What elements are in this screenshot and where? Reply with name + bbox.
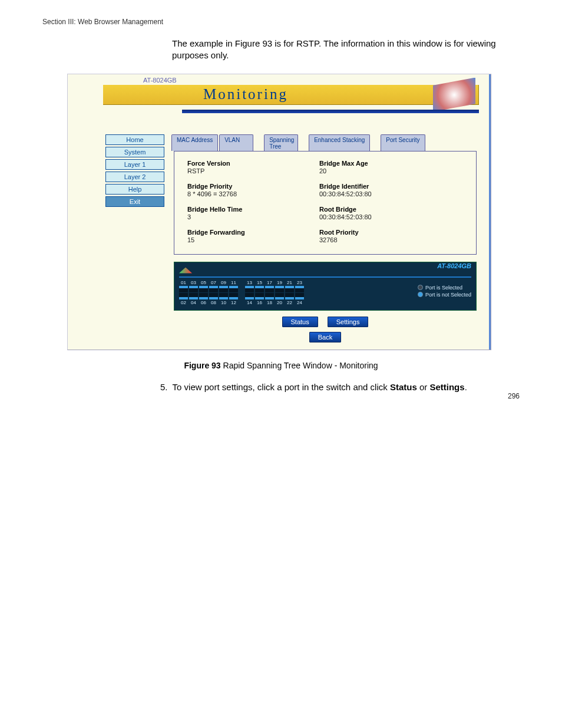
port[interactable]	[179, 293, 188, 299]
banner-underline	[182, 110, 479, 113]
port[interactable]	[199, 286, 208, 292]
device-label: AT-8024GB	[143, 77, 177, 84]
tab-mac-address[interactable]: MAC Address	[171, 134, 218, 151]
tab-spacer	[254, 134, 263, 151]
page-number: 296	[508, 392, 520, 400]
port[interactable]	[229, 286, 238, 292]
params-right: Bridge Max Age20 Bridge Identifier00:30:…	[319, 160, 402, 243]
sidebar-item-layer2[interactable]: Layer 2	[105, 172, 164, 182]
field-force-version: Force VersionRSTP	[187, 160, 270, 174]
status-button[interactable]: Status	[282, 317, 318, 327]
dot-icon	[418, 285, 423, 290]
port[interactable]	[209, 286, 218, 292]
port[interactable]	[275, 293, 284, 299]
tab-spacer	[299, 134, 308, 151]
port[interactable]	[275, 286, 284, 292]
sidebar-item-help[interactable]: Help	[105, 184, 164, 195]
sidebar-item-exit[interactable]: Exit	[105, 196, 164, 207]
switch-bar	[179, 276, 471, 278]
tab-spacer	[371, 134, 379, 151]
banner: Monitoring	[103, 85, 479, 105]
field-root-priority: Root Priority32768	[319, 229, 402, 243]
field-bridge-hello: Bridge Hello Time3	[187, 206, 270, 220]
port[interactable]	[179, 286, 188, 292]
port[interactable]	[255, 293, 264, 299]
port[interactable]	[199, 293, 208, 299]
intro-text: The example in Figure 93 is for RSTP. Th…	[172, 38, 520, 62]
tab-port-security[interactable]: Port Security	[381, 134, 425, 151]
step-5: 5. To view port settings, click a port i…	[160, 381, 520, 393]
sidebar: Home System Layer 1 Layer 2 Help Exit	[68, 134, 174, 342]
dot-icon	[418, 292, 423, 297]
tabbar: MAC Address VLAN Spanning Tree Enhanced …	[171, 134, 477, 151]
switch-panel: AT-8024GB 010305070911131517192123	[174, 262, 477, 311]
sidebar-item-layer1[interactable]: Layer 1	[105, 159, 164, 170]
sidebar-item-home[interactable]: Home	[105, 134, 164, 145]
port-legend: Port is Selected Port is not Selected	[418, 280, 471, 305]
port[interactable]	[285, 286, 294, 292]
port[interactable]	[229, 293, 238, 299]
logo-icon	[433, 78, 475, 112]
field-bridge-max-age: Bridge Max Age20	[319, 160, 402, 174]
port[interactable]	[189, 293, 198, 299]
tab-enhanced-stacking[interactable]: Enhanced Stacking	[309, 134, 370, 151]
port[interactable]	[189, 286, 198, 292]
page-title: Monitoring	[203, 86, 288, 103]
port[interactable]	[265, 286, 274, 292]
settings-button[interactable]: Settings	[328, 317, 369, 327]
figure-caption: Figure 93 Rapid Spanning Tree Window - M…	[42, 361, 520, 370]
port[interactable]	[285, 293, 294, 299]
port[interactable]	[245, 293, 254, 299]
port-grid: 010305070911131517192123 0	[179, 280, 304, 305]
field-bridge-identifier: Bridge Identifier00:30:84:52:03:80	[319, 183, 402, 197]
port[interactable]	[295, 293, 304, 299]
port[interactable]	[209, 293, 218, 299]
port[interactable]	[255, 286, 264, 292]
params-box: Force VersionRSTP Bridge Priority8 * 409…	[174, 151, 477, 255]
back-button[interactable]: Back	[309, 332, 341, 342]
field-bridge-forwarding: Bridge Forwarding15	[187, 229, 270, 243]
port[interactable]	[265, 293, 274, 299]
params-left: Force VersionRSTP Bridge Priority8 * 409…	[187, 160, 270, 243]
action-row: Status Settings	[174, 317, 477, 327]
switch-model: AT-8024GB	[437, 262, 471, 269]
port[interactable]	[245, 286, 254, 292]
switch-logo-icon	[179, 268, 192, 274]
field-bridge-priority: Bridge Priority8 * 4096 = 32768	[187, 183, 270, 197]
field-root-bridge: Root Bridge00:30:84:52:03:80	[319, 206, 402, 220]
tab-spanning-tree[interactable]: Spanning Tree	[264, 134, 298, 151]
port[interactable]	[295, 286, 304, 292]
port[interactable]	[219, 286, 228, 292]
section-header: Section III: Web Browser Management	[42, 18, 520, 26]
sidebar-item-system[interactable]: System	[105, 147, 164, 157]
port-nums-bot: 020406081012141618202224	[179, 300, 304, 305]
port[interactable]	[219, 293, 228, 299]
port-nums-top: 010305070911131517192123	[179, 280, 304, 285]
main-content: MAC Address VLAN Spanning Tree Enhanced …	[174, 134, 491, 342]
figure-screenshot: AT-8024GB Monitoring Home System Layer 1…	[67, 74, 491, 350]
tab-vlan[interactable]: VLAN	[219, 134, 253, 151]
